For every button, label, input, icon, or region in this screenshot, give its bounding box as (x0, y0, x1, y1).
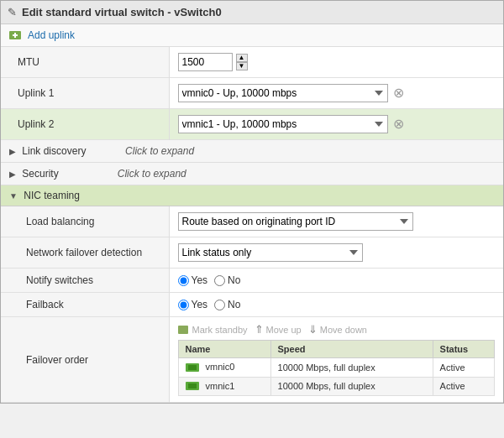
title-bar: ✎ Edit standard virtual switch - vSwitch… (1, 1, 503, 24)
failback-yes-radio[interactable] (178, 300, 189, 310)
svg-rect-5 (188, 365, 197, 370)
failback-label: Failback (1, 293, 169, 317)
link-discovery-row[interactable]: ▶ Link discovery Click to expand (1, 140, 503, 163)
edit-icon: ✎ (8, 6, 17, 18)
mtu-row: MTU ▲ ▼ (1, 47, 503, 78)
window-title: Edit standard virtual switch - vSwitch0 (22, 6, 222, 18)
move-down-icon: ⇓ (308, 323, 318, 336)
link-discovery-expand: Click to expand (125, 145, 194, 157)
security-row[interactable]: ▶ Security Click to expand (1, 163, 503, 185)
link-discovery-label: Link discovery (22, 145, 86, 157)
nic-teaming-header-row[interactable]: ▼ NIC teaming (1, 185, 503, 206)
mtu-input[interactable] (178, 53, 233, 71)
notify-yes-text: Yes (192, 274, 208, 286)
add-uplink-icon (9, 29, 23, 41)
move-down-button[interactable]: ⇓ Move down (308, 323, 367, 336)
move-up-label: Move up (266, 325, 302, 335)
row0-name: vmnic0 (178, 358, 270, 378)
uplink1-select-wrapper: vmnic0 - Up, 10000 mbps vmnic1 - Up, 100… (178, 84, 496, 102)
col-status: Status (433, 341, 494, 358)
table-row[interactable]: vmnic1 10000 Mbps, full duplex Active (178, 377, 495, 396)
security-cell[interactable]: ▶ Security Click to expand (1, 163, 503, 185)
failover-order-value-cell: Mark standby ⇑ Move up ⇓ Move down (169, 317, 503, 403)
form-content: Add uplink MTU ▲ ▼ Uplink 1 (1, 24, 503, 403)
failover-table-header: Name Speed Status (178, 341, 495, 358)
nic-teaming-label: NIC teaming (24, 190, 80, 201)
mark-standby-icon (178, 325, 190, 335)
uplink2-row: Uplink 2 vmnic1 - Up, 10000 mbps vmnic0 … (1, 109, 503, 140)
row0-speed: 10000 Mbps, full duplex (270, 358, 433, 378)
notify-no-label[interactable]: No (214, 274, 240, 286)
network-failover-select[interactable]: Link status only Beacon probing (178, 243, 363, 262)
network-failover-row: Network failover detection Link status o… (1, 237, 503, 269)
uplink2-select-wrapper: vmnic1 - Up, 10000 mbps vmnic0 - Up, 100… (178, 115, 496, 133)
failover-table-body: vmnic0 10000 Mbps, full duplex Active (178, 358, 495, 396)
failover-toolbar: Mark standby ⇑ Move up ⇓ Move down (178, 323, 496, 336)
security-arrow: ▶ (9, 169, 16, 179)
network-failover-label: Network failover detection (1, 237, 169, 269)
failback-no-text: No (228, 299, 240, 310)
row1-name: vmnic1 (178, 377, 270, 396)
failover-order-label: Failover order (1, 317, 169, 403)
load-balancing-select[interactable]: Route based on originating port ID Route… (178, 212, 413, 231)
edit-vswitch-window: ✎ Edit standard virtual switch - vSwitch… (0, 0, 504, 404)
table-row[interactable]: vmnic0 10000 Mbps, full duplex Active (178, 358, 495, 378)
notify-switches-radio-group: Yes No (178, 274, 496, 286)
move-up-icon: ⇑ (255, 323, 264, 336)
failback-no-label[interactable]: No (214, 299, 240, 310)
failover-header-row: Name Speed Status (178, 341, 495, 358)
uplink2-remove-icon[interactable]: ⊗ (393, 117, 404, 131)
failback-no-radio[interactable] (214, 300, 225, 310)
row1-status: Active (433, 377, 494, 396)
uplink1-row: Uplink 1 vmnic0 - Up, 10000 mbps vmnic1 … (1, 78, 503, 109)
form-table: MTU ▲ ▼ Uplink 1 (1, 47, 503, 403)
notify-yes-label[interactable]: Yes (178, 274, 208, 286)
uplink1-label: Uplink 1 (1, 78, 169, 109)
security-label: Security (22, 168, 58, 180)
svg-rect-3 (178, 326, 188, 334)
network-failover-value-cell: Link status only Beacon probing (169, 237, 503, 269)
add-uplink-row[interactable]: Add uplink (1, 24, 503, 47)
mtu-spinner: ▲ ▼ (178, 53, 496, 71)
security-expand: Click to expand (118, 168, 186, 180)
mark-standby-button[interactable]: Mark standby (178, 325, 248, 335)
uplink2-select[interactable]: vmnic1 - Up, 10000 mbps vmnic0 - Up, 100… (178, 115, 388, 133)
move-down-label: Move down (320, 325, 367, 335)
link-discovery-arrow: ▶ (9, 147, 16, 156)
nic-icon-0 (186, 362, 201, 373)
link-discovery-cell[interactable]: ▶ Link discovery Click to expand (1, 140, 503, 163)
nic-teaming-header-cell[interactable]: ▼ NIC teaming (1, 185, 503, 206)
move-up-button[interactable]: ⇑ Move up (255, 323, 302, 336)
load-balancing-value-cell: Route based on originating port ID Route… (169, 206, 503, 237)
uplink1-value-cell: vmnic0 - Up, 10000 mbps vmnic1 - Up, 100… (169, 78, 503, 109)
nic-teaming-arrow: ▼ (9, 191, 18, 201)
failover-order-row: Failover order Mark standby ⇑ Move up (1, 317, 503, 403)
notify-no-text: No (228, 274, 240, 286)
svg-rect-7 (188, 383, 197, 388)
uplink1-remove-icon[interactable]: ⊗ (393, 86, 404, 100)
load-balancing-label: Load balancing (1, 206, 169, 237)
notify-yes-radio[interactable] (178, 275, 189, 286)
uplink2-value-cell: vmnic1 - Up, 10000 mbps vmnic0 - Up, 100… (169, 109, 503, 140)
load-balancing-row: Load balancing Route based on originatin… (1, 206, 503, 237)
col-name: Name (178, 341, 270, 358)
mtu-spinner-buttons: ▲ ▼ (236, 54, 248, 70)
notify-switches-label: Notify switches (1, 269, 169, 293)
mtu-increment-button[interactable]: ▲ (236, 54, 248, 62)
row1-speed: 10000 Mbps, full duplex (270, 377, 433, 396)
mtu-decrement-button[interactable]: ▼ (236, 62, 248, 70)
mtu-value-cell: ▲ ▼ (169, 47, 503, 78)
nic-icon-1 (186, 381, 201, 392)
notify-switches-value-cell: Yes No (169, 269, 503, 293)
failback-yes-label[interactable]: Yes (178, 299, 208, 310)
failback-yes-text: Yes (192, 299, 208, 310)
add-uplink-label[interactable]: Add uplink (28, 29, 75, 41)
row0-status: Active (433, 358, 494, 378)
col-speed: Speed (270, 341, 433, 358)
failover-table: Name Speed Status (178, 340, 496, 396)
failback-row: Failback Yes No (1, 293, 503, 317)
notify-no-radio[interactable] (214, 275, 225, 286)
uplink1-select[interactable]: vmnic0 - Up, 10000 mbps vmnic1 - Up, 100… (178, 84, 388, 102)
mark-standby-label: Mark standby (192, 325, 248, 335)
failback-value-cell: Yes No (169, 293, 503, 317)
